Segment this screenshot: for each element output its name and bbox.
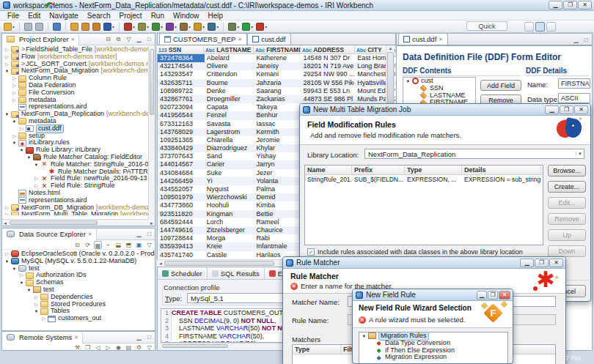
collapsed-arrow-icon[interactable]: ▷: [11, 97, 18, 104]
table-cell[interactable]: Hyattsville: [355, 79, 387, 87]
table-cell[interactable]: Jezer: [254, 169, 301, 177]
toolbar-gear-wizard-icon[interactable]: ▾: [227, 22, 240, 31]
table-cell[interactable]: Kimba: [254, 201, 301, 209]
dse-save-icon[interactable]: ▣: [135, 241, 143, 249]
taskbar-clock[interactable]: 7 PM: [565, 354, 581, 362]
tab-project-explorer[interactable]: Project Explorer ✕: [2, 34, 79, 45]
edit-button[interactable]: Edit...: [548, 197, 586, 209]
expanded-arrow-icon[interactable]: ▾: [4, 258, 10, 265]
table-cell[interactable]: 109728844: [158, 234, 205, 242]
expanded-arrow-icon[interactable]: ▾: [11, 139, 18, 146]
toolbar-new-wizard-icon[interactable]: ▾: [3, 22, 15, 31]
table-cell[interactable]: 144266459: [158, 177, 205, 185]
table-cell[interactable]: Savasta: [205, 120, 254, 128]
tree-item[interactable]: ▷cust.ddf: [2, 125, 155, 133]
table-cell[interactable]: 59943 E 553 Ln: [301, 87, 355, 95]
table-cell[interactable]: East Homer: [355, 54, 387, 62]
table-row[interactable]: 432635711BourneJahzaria28105 W 556 PikeH…: [158, 79, 396, 87]
tree-item[interactable]: ▷NextForm_Multi_Table_Migration[workbenc…: [2, 211, 155, 215]
minimize-button[interactable]: ▁: [549, 1, 562, 10]
menu-navigate[interactable]: Navigate: [45, 12, 82, 20]
table-cell[interactable]: Kemani: [254, 70, 301, 78]
other-perspective-icon[interactable]: [546, 22, 556, 31]
dse-view-menu-icon[interactable]: ▽: [145, 241, 153, 249]
table-cell[interactable]: 143768029: [158, 128, 205, 136]
table-cell[interactable]: Diazrodriguez: [205, 144, 254, 152]
table-cell[interactable]: Chaurice: [254, 226, 301, 234]
rs-collapse-icon[interactable]: ❒: [84, 343, 92, 352]
table-cell[interactable]: Olivere: [205, 62, 254, 70]
column-header-lastname[interactable]: AbcLASTNAME: [204, 45, 254, 54]
table-cell[interactable]: Bourne: [205, 79, 254, 87]
restore-button[interactable]: ❐: [563, 1, 577, 10]
dse-show-category-icon[interactable]: ▦: [94, 241, 102, 249]
expanded-arrow-icon[interactable]: ▾: [4, 111, 10, 118]
table-cell[interactable]: Abelard: [205, 54, 254, 62]
expanded-arrow-icon[interactable]: ▾: [11, 118, 18, 125]
expanded-arrow-icon[interactable]: ▾: [361, 333, 367, 340]
collapsed-arrow-icon[interactable]: ▷: [11, 133, 18, 140]
table-cell[interactable]: Nyquist: [205, 185, 254, 193]
toolbar-flag-wizard-icon[interactable]: ▾: [123, 22, 136, 31]
table-cell[interactable]: 684592444: [158, 218, 205, 226]
table-cell[interactable]: 434552057: [158, 185, 205, 193]
rs-settings-icon[interactable]: ⚙: [135, 343, 143, 352]
close-icon[interactable]: ✕: [439, 37, 443, 42]
collapsed-arrow-icon[interactable]: ▷: [18, 125, 25, 133]
table-cell[interactable]: Takeya: [254, 103, 301, 111]
dialog-minimize-button[interactable]: ▁: [545, 105, 559, 114]
dialog-close-button[interactable]: ✕: [574, 105, 588, 114]
rs-back-icon[interactable]: ◁: [94, 343, 102, 352]
rules-cell[interactable]: SUB_$(FIELDN...: [352, 175, 405, 184]
table-cell[interactable]: Bettie: [254, 210, 301, 218]
table-cell[interactable]: Benhur: [254, 111, 301, 119]
table-cell[interactable]: Munds Park: [355, 95, 387, 103]
table-cell[interactable]: Sand: [205, 152, 254, 160]
dse-minimize-icon[interactable]: ▁: [135, 230, 143, 238]
table-cell[interactable]: Rameel: [254, 218, 301, 226]
collapsed-arrow-icon[interactable]: ▷: [4, 46, 10, 53]
collapsed-arrow-icon[interactable]: ▷: [18, 272, 25, 279]
add-field-button[interactable]: Add Field: [480, 80, 521, 91]
close-icon[interactable]: ✕: [74, 335, 78, 341]
collapsed-arrow-icon[interactable]: ▷: [11, 82, 18, 89]
table-cell[interactable]: 372478364: [158, 54, 205, 62]
toolbar-nextform-job-icon[interactable]: [81, 22, 90, 31]
rule-wizard-item[interactable]: ◆Migration Expression: [359, 354, 507, 361]
dse-refresh-icon[interactable]: ⟳: [84, 241, 92, 249]
collapsed-arrow-icon[interactable]: ▷: [11, 89, 18, 97]
table-cell[interactable]: Fenzel: [205, 111, 254, 119]
expanded-arrow-icon[interactable]: ▾: [11, 265, 18, 272]
column-header-firstname[interactable]: AbcFIRSTNAME: [254, 45, 301, 54]
toolbar-quill-wizard-icon[interactable]: ▾: [207, 22, 219, 31]
checkbox-icon[interactable]: ✓: [307, 248, 315, 256]
table-cell[interactable]: Yi: [205, 177, 254, 185]
editor-minimize-icon[interactable]: ▁: [572, 36, 580, 44]
rs-refresh-icon[interactable]: ◉: [114, 343, 122, 352]
table-cell[interactable]: Carier: [205, 160, 254, 168]
column-header-city[interactable]: AbcCITY: [355, 45, 387, 54]
toolbar-save-all-icon[interactable]: [34, 22, 44, 31]
dialog-restore-button[interactable]: ❐: [560, 105, 573, 114]
rules-column-name[interactable]: Name: [305, 166, 352, 174]
table-cell[interactable]: Droegmiller: [205, 95, 254, 103]
table-cell[interactable]: 109501979: [158, 193, 205, 201]
expanded-arrow-icon[interactable]: ▾: [18, 146, 25, 154]
toolbar-iri-new-job-icon[interactable]: ▾: [103, 22, 115, 31]
table-cell[interactable]: Crittendon: [205, 70, 254, 78]
table-cell[interactable]: Jahzaria: [254, 79, 301, 87]
matchers-column-type[interactable]: Type: [293, 345, 341, 354]
table-cell[interactable]: Manchester: [355, 70, 387, 78]
include-rules-checkbox[interactable]: ✓ Include rules associated with data cla…: [307, 248, 523, 256]
collapsed-arrow-icon[interactable]: ▷: [33, 301, 40, 308]
table-cell[interactable]: Suke: [205, 169, 254, 177]
close-icon[interactable]: ✕: [88, 231, 92, 237]
expanded-arrow-icon[interactable]: ▾: [26, 154, 32, 161]
tree-item[interactable]: ▾NextForm_Data_Migration[workbench-demos…: [2, 67, 155, 75]
table-cell[interactable]: 144749616: [158, 226, 205, 234]
table-cell[interactable]: 28105 W 556 Pike: [301, 79, 355, 87]
down-button[interactable]: Down: [548, 245, 586, 257]
table-cell[interactable]: 835939413: [158, 242, 205, 250]
rules-table[interactable]: NamePrefixTypeDetails StringRule_201...S…: [304, 165, 543, 245]
table-row[interactable]: 432867761DroegmillerZackarias44873 SE 98…: [158, 95, 396, 103]
